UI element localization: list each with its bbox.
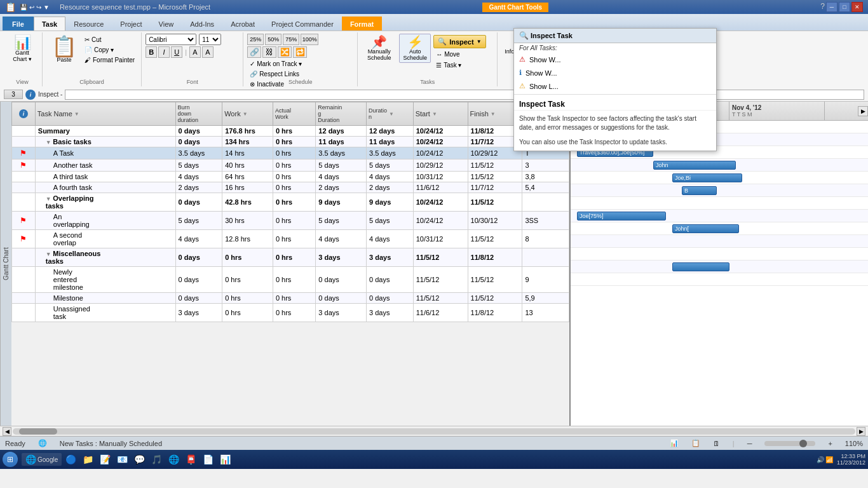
pct50-button[interactable]: 50% (265, 34, 281, 45)
move-button[interactable]: ↔Move (433, 50, 485, 59)
zoom-plus[interactable]: + (828, 440, 832, 447)
italic-button[interactable]: I (158, 46, 170, 58)
pct100-button[interactable]: 100% (301, 34, 318, 45)
taskbar-app2[interactable]: 💬 (132, 453, 147, 466)
mark-on-track-button[interactable]: ✓Mark on Track ▾ (247, 59, 304, 69)
gantt-bar[interactable]: Joe[75%] (577, 212, 666, 220)
tab-resource[interactable]: Resource (65, 17, 112, 30)
pct25-button[interactable]: 25% (247, 34, 264, 45)
manually-schedule-button[interactable]: 📌 ManuallySchedule (362, 34, 397, 63)
scrollbar-thumb[interactable] (19, 428, 57, 435)
row-task-name[interactable]: Anoverlapping (35, 212, 175, 230)
help-btn[interactable]: ? (820, 2, 825, 12)
tab-file[interactable]: File (3, 17, 34, 30)
table-row[interactable]: Unassignedtask3 days0 hrs0 hrs3 days3 da… (12, 304, 569, 322)
gantt-scrollbar-top-right[interactable]: ▶ (858, 102, 868, 120)
col-header-actual-work[interactable]: ActualWork (273, 102, 315, 126)
gantt-bar[interactable] (672, 262, 729, 271)
row-task-name[interactable]: ▼ Basic tasks (35, 137, 175, 147)
tab-view[interactable]: View (151, 17, 182, 30)
tab-project[interactable]: Project (112, 17, 150, 30)
table-row[interactable]: ⚑A Task3.5 days14 hrs0 hrs3.5 days3.5 da… (12, 147, 569, 159)
inspect-button[interactable]: 🔍 Inspect ▼ (433, 35, 485, 48)
table-row[interactable]: A fourth task2 days16 hrs0 hrs2 days2 da… (12, 182, 569, 193)
cut-button[interactable]: ✂Cut (82, 35, 137, 44)
inspect-show-l[interactable]: ⚠ Show L... (514, 79, 716, 93)
gantt-chart-button[interactable]: 📊 GanttChart ▾ (6, 34, 38, 64)
taskbar-app4[interactable]: 🌐 (166, 453, 182, 466)
tab-addins[interactable]: Add-Ins (182, 17, 222, 30)
table-row[interactable]: Summary0 days176.8 hrs0 hrs12 days12 day… (12, 126, 569, 137)
row-task-name[interactable]: A third task (35, 172, 175, 182)
zoom-thumb[interactable] (799, 440, 807, 447)
taskbar-app3[interactable]: 🎵 (149, 453, 165, 466)
taskbar-word[interactable]: 📄 (200, 453, 216, 466)
tab-task[interactable]: Task (34, 17, 65, 30)
scroll-left-btn[interactable]: ◀ (3, 427, 11, 436)
highlight-color-button[interactable]: A (202, 46, 214, 58)
table-row[interactable]: A third task4 days64 hrs0 hrs4 days4 day… (12, 172, 569, 182)
view-calendar-btn[interactable]: 🗓 (713, 440, 720, 447)
col-header-start[interactable]: Start▼ (413, 102, 468, 126)
view-gantt-btn[interactable]: 📊 (670, 439, 679, 447)
col-header-burndown[interactable]: Burndownduration (175, 102, 222, 126)
row-task-name[interactable]: Summary (35, 126, 175, 137)
gantt-scroll-right[interactable]: ▶ (858, 106, 868, 116)
paste-button[interactable]: 📋 Paste (46, 34, 82, 76)
inspect-show-w1[interactable]: ⚠ Show W... (514, 53, 716, 66)
taskbar-outlook[interactable]: 📮 (183, 453, 199, 466)
table-row[interactable]: ▼ Miscellaneoustasks0 days0 hrs0 hrs3 da… (12, 248, 569, 267)
table-row[interactable]: Newlyenteredmilestone0 days0 hrs0 hrs0 d… (12, 267, 569, 293)
auto-schedule-button[interactable]: ⚡ AutoSchedule (399, 34, 431, 63)
row-task-name[interactable]: Another task (35, 159, 175, 172)
scrollbar-track[interactable] (13, 428, 855, 435)
task-dropdown-button[interactable]: ☰Task ▾ (433, 60, 485, 70)
tab-format[interactable]: Format (342, 17, 382, 30)
taskbar-explorer[interactable]: 📁 (80, 453, 96, 466)
font-name-select[interactable]: Calibri (146, 34, 196, 45)
taskbar-notepad[interactable]: 📝 (97, 453, 113, 466)
link3-button[interactable]: 🔁 (293, 46, 307, 58)
zoom-minus[interactable]: ─ (747, 440, 752, 447)
row-task-name[interactable]: ▼ Overlappingtasks (35, 193, 175, 212)
col-header-remaining[interactable]: RemainingDuration (316, 102, 367, 126)
tab-acrobat[interactable]: Acrobat (222, 17, 263, 30)
col-header-duration[interactable]: Duration▼ (367, 102, 414, 126)
gantt-bar[interactable]: John (653, 161, 736, 170)
row-task-name[interactable]: A Task (35, 147, 175, 159)
unlink-button[interactable]: ⛓ (262, 46, 276, 58)
view-table-btn[interactable]: 📋 (691, 439, 700, 447)
start-button[interactable]: ⊞ (3, 452, 18, 467)
row-task-name[interactable]: Newlyenteredmilestone (35, 267, 175, 293)
zoom-slider[interactable] (764, 441, 815, 446)
bold-button[interactable]: B (146, 46, 157, 58)
gantt-bar[interactable]: John[ (672, 224, 739, 233)
row-task-name[interactable]: A secondoverlap (35, 230, 175, 248)
close-btn[interactable]: ✕ (851, 2, 863, 12)
gantt-bar[interactable]: B (682, 186, 717, 195)
underline-button[interactable]: U (171, 46, 182, 58)
table-row[interactable]: ▼ Overlappingtasks0 days42.8 hrs0 hrs9 d… (12, 193, 569, 212)
table-row[interactable]: ▼ Basic tasks0 days134 hrs0 hrs11 days11… (12, 137, 569, 147)
table-row[interactable]: ⚑Anoverlapping5 days30 hrs0 hrs5 days5 d… (12, 212, 569, 230)
respect-links-button[interactable]: 🔗Respect Links (247, 69, 304, 79)
scroll-right-btn[interactable]: ▶ (857, 427, 865, 436)
table-row[interactable]: ⚑Another task5 days40 hrs0 hrs5 days5 da… (12, 159, 569, 172)
table-row[interactable]: ⚑A secondoverlap4 days12.8 hrs0 hrs4 day… (12, 230, 569, 248)
row-task-name[interactable]: Milestone (35, 293, 175, 304)
taskbar-app1[interactable]: 📧 (114, 453, 130, 466)
pct75-button[interactable]: 75% (283, 34, 299, 45)
maximize-btn[interactable]: □ (839, 2, 850, 12)
inspect-show-w2[interactable]: ℹ Show W... (514, 66, 716, 79)
taskbar-google-chrome[interactable]: 🌐 Google (22, 453, 62, 466)
row-task-name[interactable]: ▼ Miscellaneoustasks (35, 248, 175, 267)
horizontal-scrollbar[interactable]: ◀ ▶ (0, 426, 868, 436)
tab-project-commander[interactable]: Project Commander (263, 17, 342, 30)
link-button[interactable]: 🔗 (247, 46, 261, 58)
window-controls[interactable]: ? ─ □ ✕ (820, 2, 863, 12)
taskbar-ie[interactable]: 🔵 (63, 453, 79, 466)
font-color-button[interactable]: A (189, 46, 201, 58)
gantt-bar[interactable]: Joe,Bi (672, 173, 742, 182)
link2-button[interactable]: 🔀 (278, 46, 292, 58)
copy-button[interactable]: 📄Copy ▾ (82, 45, 137, 55)
